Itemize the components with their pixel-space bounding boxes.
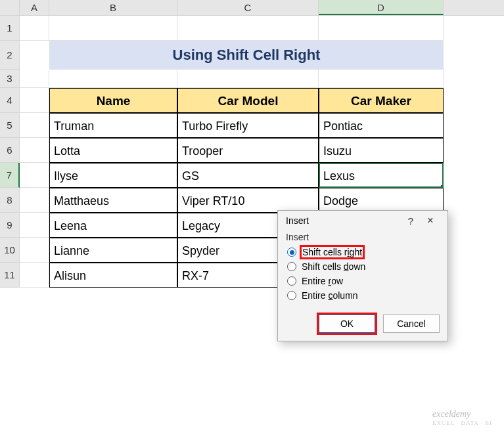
column-headers: A B C D xyxy=(0,0,504,16)
selected-cell[interactable]: Lexus xyxy=(319,163,444,188)
select-all-corner[interactable] xyxy=(0,0,20,15)
cell-name[interactable]: Matthaeus xyxy=(49,188,177,213)
table-row: 6 Lotta Trooper Isuzu xyxy=(0,138,504,163)
row-header[interactable]: 3 xyxy=(0,70,20,88)
cell-maker[interactable]: Isuzu xyxy=(319,138,444,163)
cell-name[interactable]: Ilyse xyxy=(49,163,177,188)
th-name[interactable]: Name xyxy=(49,88,177,113)
row-4-headers: 4 Name Car Model Car Maker xyxy=(0,88,504,113)
cell[interactable] xyxy=(20,163,49,188)
table-row: 5 Truman Turbo Firefly Pontiac xyxy=(0,113,504,138)
insert-dialog: Insert ? × Insert Shift cells right Shif… xyxy=(277,210,448,341)
help-icon[interactable]: ? xyxy=(401,215,420,227)
col-header-D[interactable]: D xyxy=(319,0,444,15)
cell-model[interactable]: Trooper xyxy=(177,138,319,163)
cell[interactable] xyxy=(20,16,49,41)
cell[interactable] xyxy=(20,70,49,88)
row-header[interactable]: 2 xyxy=(0,41,20,70)
cell-name[interactable]: Lianne xyxy=(49,238,177,263)
row-header[interactable]: 10 xyxy=(0,238,20,263)
cell-maker[interactable]: Pontiac xyxy=(319,113,444,138)
row-header[interactable]: 9 xyxy=(0,213,20,238)
row-header[interactable]: 6 xyxy=(0,138,20,163)
close-icon[interactable]: × xyxy=(420,215,441,227)
radio-label: Shift cells down xyxy=(302,261,365,272)
cell-maker[interactable]: Dodge xyxy=(319,188,444,213)
watermark: exceldemy EXCEL · DATA · BI xyxy=(432,409,492,426)
radio-icon xyxy=(287,262,296,271)
row-header[interactable]: 8 xyxy=(0,188,20,213)
watermark-main: exceldemy xyxy=(432,409,470,419)
cancel-button[interactable]: Cancel xyxy=(383,315,440,333)
ok-button[interactable]: OK xyxy=(319,315,375,333)
row-header[interactable]: 7 xyxy=(0,163,20,188)
cell[interactable] xyxy=(49,70,177,88)
dialog-buttons: OK Cancel xyxy=(278,309,447,341)
watermark-sub: EXCEL · DATA · BI xyxy=(432,420,492,426)
col-header-C[interactable]: C xyxy=(177,0,319,15)
cell[interactable] xyxy=(177,16,319,41)
row-header[interactable]: 11 xyxy=(0,263,20,288)
cell[interactable] xyxy=(20,213,49,238)
radio-shift-down[interactable]: Shift cells down xyxy=(286,259,440,274)
cell[interactable] xyxy=(177,70,319,88)
radio-entire-row[interactable]: Entire row xyxy=(286,274,440,288)
cell-name[interactable]: Alisun xyxy=(49,263,177,288)
cell-model[interactable]: Viper RT/10 xyxy=(177,188,319,213)
row-2: 2 Using Shift Cell Right xyxy=(0,41,504,70)
radio-icon xyxy=(287,276,296,286)
table-row: 7 Ilyse GS Lexus xyxy=(0,163,504,188)
cell-name[interactable]: Lotta xyxy=(49,138,177,163)
cell-name[interactable]: Leena xyxy=(49,213,177,238)
radio-icon xyxy=(287,291,296,300)
cell[interactable] xyxy=(20,238,49,263)
th-model[interactable]: Car Model xyxy=(177,88,319,113)
radio-label: Entire column xyxy=(302,290,358,301)
cell-model[interactable]: GS xyxy=(177,163,319,188)
cell-model[interactable]: Turbo Firefly xyxy=(177,113,319,138)
cell[interactable] xyxy=(20,263,49,288)
dialog-title: Insert xyxy=(286,215,401,226)
radio-shift-right[interactable]: Shift cells right xyxy=(286,245,440,259)
dialog-titlebar[interactable]: Insert ? × xyxy=(278,211,447,229)
row-header[interactable]: 4 xyxy=(0,88,20,113)
group-label: Insert xyxy=(286,232,440,242)
cell[interactable] xyxy=(319,16,444,41)
row-header[interactable]: 5 xyxy=(0,113,20,138)
cell[interactable] xyxy=(20,113,49,138)
col-header-B[interactable]: B xyxy=(49,0,177,15)
dialog-body: Insert Shift cells right Shift cells dow… xyxy=(278,229,447,309)
cell[interactable] xyxy=(20,188,49,213)
cell-maker-text: Lexus xyxy=(323,169,355,183)
cell[interactable] xyxy=(49,16,177,41)
cell[interactable] xyxy=(20,138,49,163)
radio-label: Entire row xyxy=(302,276,343,286)
col-header-A[interactable]: A xyxy=(20,0,49,15)
fill-handle[interactable] xyxy=(441,185,444,188)
row-3: 3 xyxy=(0,70,504,88)
radio-icon xyxy=(287,248,296,257)
radio-entire-column[interactable]: Entire column xyxy=(286,288,440,303)
row-header[interactable]: 1 xyxy=(0,16,20,41)
cell[interactable] xyxy=(20,41,49,70)
radio-label: Shift cells right xyxy=(302,247,363,257)
row-1: 1 xyxy=(0,16,504,41)
table-row: 8 Matthaeus Viper RT/10 Dodge xyxy=(0,188,504,213)
th-maker[interactable]: Car Maker xyxy=(319,88,444,113)
cell[interactable] xyxy=(20,88,49,113)
cell-name[interactable]: Truman xyxy=(49,113,177,138)
page-title[interactable]: Using Shift Cell Right xyxy=(49,41,444,70)
cell[interactable] xyxy=(319,70,444,88)
